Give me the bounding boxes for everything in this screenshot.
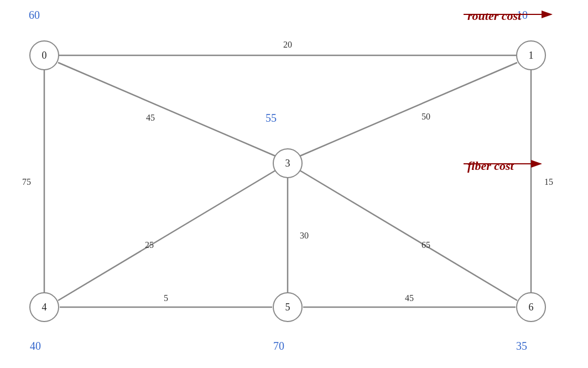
router-cost-0: 60 (29, 9, 40, 21)
router-cost-3: 55 (266, 112, 277, 124)
fiber-cost-4: 40 (30, 340, 41, 352)
weight-5-3: 30 (300, 231, 309, 240)
weight-5-6: 45 (405, 293, 414, 303)
weight-0-1: 20 (283, 40, 292, 49)
network-diagram: 20 75 45 50 15 25 5 30 45 65 0 1 3 4 5 6… (0, 0, 588, 368)
fiber-cost-5: 70 (273, 340, 284, 352)
node-label-6: 6 (529, 302, 534, 313)
node-label-3: 3 (285, 158, 290, 169)
weight-0-4: 75 (22, 177, 31, 186)
weight-4-3: 25 (145, 240, 154, 250)
edge-4-3 (58, 170, 275, 300)
weight-3-6: 65 (422, 240, 430, 250)
fiber-cost-6: 35 (516, 340, 527, 352)
weight-1-6: 15 (544, 177, 553, 186)
node-label-4: 4 (42, 302, 47, 313)
edge-1-3 (300, 63, 517, 156)
fiber-cost-label: fiber cost (467, 159, 514, 173)
node-label-5: 5 (285, 302, 290, 313)
node-label-0: 0 (42, 50, 47, 61)
node-label-1: 1 (529, 50, 534, 61)
weight-0-3: 45 (146, 113, 155, 122)
router-cost-label: router cost (467, 9, 522, 23)
weight-1-3: 50 (422, 112, 430, 121)
weight-4-5: 5 (164, 293, 168, 303)
edge-0-3 (58, 63, 275, 156)
edge-3-6 (300, 170, 517, 300)
